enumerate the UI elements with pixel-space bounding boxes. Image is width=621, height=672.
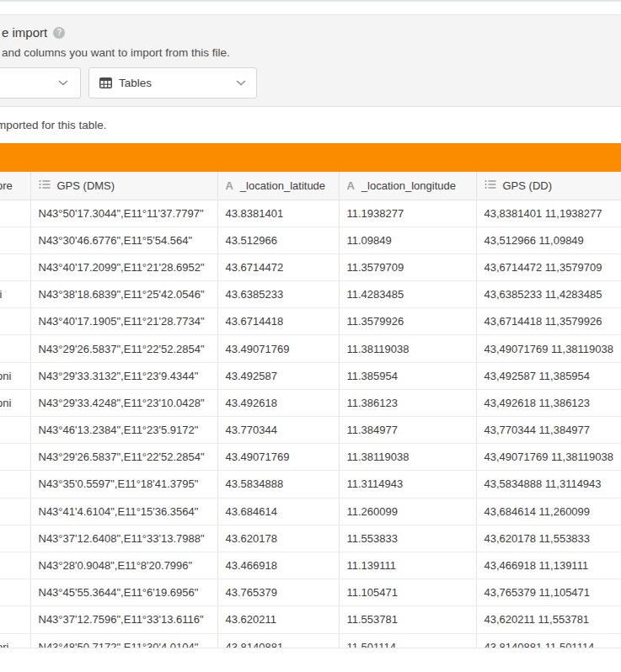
table-row: N43°37'12.7596",E11°33'13.6116" 43.62021… <box>0 606 621 633</box>
cell-location-longitude: 11.384977 <box>339 417 476 444</box>
cell-gps-dms: N43°35'0.5597",E11°18'41.3795" <box>30 471 217 498</box>
cell-location-latitude: 43.8381401 <box>217 200 339 227</box>
cell-name-fragment <box>0 579 30 606</box>
cell-gps-dd: 43,49071769 11,38119038 <box>476 444 621 471</box>
cell-location-longitude: 11.553781 <box>339 606 476 633</box>
cell-location-latitude: 43.770344 <box>217 417 339 444</box>
cell-gps-dd: 43,5834888 11,3114943 <box>476 471 621 498</box>
cell-gps-dms: N43°37'12.7596",E11°33'13.6116" <box>30 606 217 633</box>
cell-location-longitude: 11.501114 <box>339 633 476 648</box>
cell-location-latitude: 43.620178 <box>217 525 339 552</box>
column-header-location-latitude[interactable]: A _location_latitude <box>217 172 339 200</box>
cell-name-fragment: oni <box>0 389 30 416</box>
cell-gps-dms: N43°28'0.9048",E11°8'20.7996" <box>30 552 217 579</box>
list-icon <box>484 179 496 192</box>
cell-gps-dms: N43°29'33.4248",E11°23'10.0428" <box>30 389 217 416</box>
cell-location-longitude: 11.38119038 <box>339 444 476 471</box>
table-row: N43°29'26.5837",E11°22'52.2854" 43.49071… <box>0 335 621 362</box>
cell-location-longitude: 11.105471 <box>339 579 476 606</box>
cell-gps-dd: 43,765379 11,105471 <box>476 579 621 606</box>
cell-gps-dms: N43°29'26.5837",E11°22'52.2854" <box>30 335 217 362</box>
table-row: N43°40'17.2099",E11°21'28.6952" 43.67144… <box>0 253 621 280</box>
sheet-select[interactable] <box>0 67 81 99</box>
cell-location-latitude: 43.512966 <box>217 227 339 253</box>
help-icon[interactable]: ? <box>53 27 65 39</box>
table-row: N43°30'46.6776",E11°5'54.564" 43.512966 … <box>0 227 621 253</box>
cell-location-longitude: 11.553833 <box>339 525 476 552</box>
table-grid-icon <box>99 77 112 88</box>
cell-gps-dms: N43°45'55.3644",E11°6'19.6956" <box>30 579 217 606</box>
cell-gps-dd: 43,492618 11,386123 <box>476 389 621 416</box>
cell-gps-dd: 43,620211 11,553781 <box>476 606 621 633</box>
list-icon <box>39 179 51 192</box>
table-row: N43°50'17.3044",E11°11'37.7797" 43.83814… <box>0 200 621 227</box>
cell-location-longitude: 11.4283485 <box>339 281 476 308</box>
cell-name-fragment: oni <box>0 362 30 389</box>
cell-location-latitude: 43.49071769 <box>217 335 339 362</box>
column-header-gps-dms[interactable]: GPS (DMS) <box>30 172 217 200</box>
cell-name-fragment <box>0 200 30 227</box>
table-header-row: ore GPS (DMS) A <box>0 172 621 200</box>
cell-location-latitude: 43.684614 <box>217 498 339 525</box>
table-row: ti N43°38'18.6839",E11°25'42.0546" 43.63… <box>0 281 621 308</box>
cell-location-latitude: 43.492618 <box>217 389 339 416</box>
cell-location-longitude: 11.260099 <box>339 498 476 525</box>
import-settings-panel: e import ? and columns you want to impor… <box>0 14 621 107</box>
cell-name-fragment <box>0 552 30 579</box>
table-row: N43°46'13.2384",E11°23'5.9172" 43.770344… <box>0 417 621 444</box>
table-row: N43°29'26.5837",E11°22'52.2854" 43.49071… <box>0 444 621 471</box>
column-header-gps-dd[interactable]: GPS (DD) <box>476 172 621 200</box>
table-row: N43°45'55.3644",E11°6'19.6956" 43.765379… <box>0 579 621 606</box>
cell-name-fragment: ti <box>0 281 30 308</box>
accent-bar <box>0 143 621 172</box>
table-row: N43°37'12.6408",E11°33'13.7988" 43.62017… <box>0 525 621 552</box>
selects-row: Tables <box>0 67 621 99</box>
cell-gps-dms: N43°50'17.3044",E11°11'37.7797" <box>30 200 217 227</box>
cell-gps-dms: N43°40'17.2099",E11°21'28.6952" <box>30 253 217 280</box>
panel-subtitle: and columns you want to import from this… <box>2 46 621 59</box>
cell-gps-dd: 43,6714418 11,3579926 <box>476 308 621 335</box>
cell-name-fragment <box>0 417 30 444</box>
table-row: N43°28'0.9048",E11°8'20.7996" 43.466918 … <box>0 552 621 579</box>
table-note: mported for this table. <box>0 107 621 143</box>
cell-gps-dd: 43,684614 11,260099 <box>476 498 621 525</box>
tables-select[interactable]: Tables <box>88 67 257 99</box>
table-row: oni N43°29'33.4248",E11°23'10.0428" 43.4… <box>0 389 621 416</box>
cell-location-longitude: 11.1938277 <box>339 200 476 227</box>
cell-location-latitude: 43.5834888 <box>217 471 339 498</box>
cell-location-longitude: 11.3114943 <box>339 471 476 498</box>
cell-location-latitude: 43.49071769 <box>217 444 339 471</box>
cell-gps-dd: 43,770344 11,384977 <box>476 417 621 444</box>
cell-location-longitude: 11.09849 <box>339 227 476 253</box>
column-header-name[interactable]: ore <box>0 172 30 200</box>
cell-location-longitude: 11.3579926 <box>339 308 476 335</box>
cell-name-fragment: ori <box>0 633 30 648</box>
cell-location-latitude: 43.492587 <box>217 362 339 389</box>
cell-location-longitude: 11.386123 <box>339 389 476 416</box>
cell-gps-dd: 43,492587 11,385954 <box>476 362 621 389</box>
chevron-down-icon <box>58 80 68 86</box>
table-row: oni N43°29'33.3132",E11°23'9.4344" 43.49… <box>0 362 621 389</box>
cell-location-latitude: 43.765379 <box>217 579 339 606</box>
cell-gps-dd: 43,8381401 11,1938277 <box>476 200 621 227</box>
top-bar <box>0 0 621 14</box>
cell-gps-dd: 43,6385233 11,4283485 <box>476 281 621 308</box>
table-row: N43°40'17.1905",E11°21'28.7734" 43.67144… <box>0 308 621 335</box>
cell-gps-dms: N43°46'13.2384",E11°23'5.9172" <box>30 417 217 444</box>
cell-name-fragment <box>0 253 30 280</box>
cell-name-fragment <box>0 227 30 253</box>
cell-gps-dd: 43,620178 11,553833 <box>476 525 621 552</box>
cell-gps-dms: N43°29'26.5837",E11°22'52.2854" <box>30 444 217 471</box>
cell-name-fragment <box>0 498 30 525</box>
cell-location-latitude: 43.6714418 <box>217 308 339 335</box>
cell-name-fragment <box>0 444 30 471</box>
cell-gps-dd: 43,8140881 11,501114 <box>476 633 621 648</box>
cell-location-longitude: 11.139111 <box>339 552 476 579</box>
column-header-location-longitude[interactable]: A _location_longitude <box>339 172 476 200</box>
cell-name-fragment <box>0 471 30 498</box>
table-row: ori N43°48'50.7172",E11°30'4.0104" 43.81… <box>0 633 621 648</box>
cell-gps-dms: N43°48'50.7172",E11°30'4.0104" <box>30 633 217 648</box>
cell-location-longitude: 11.3579709 <box>339 253 476 280</box>
cell-location-latitude: 43.6714472 <box>217 253 339 280</box>
text-field-icon: A <box>347 179 355 192</box>
